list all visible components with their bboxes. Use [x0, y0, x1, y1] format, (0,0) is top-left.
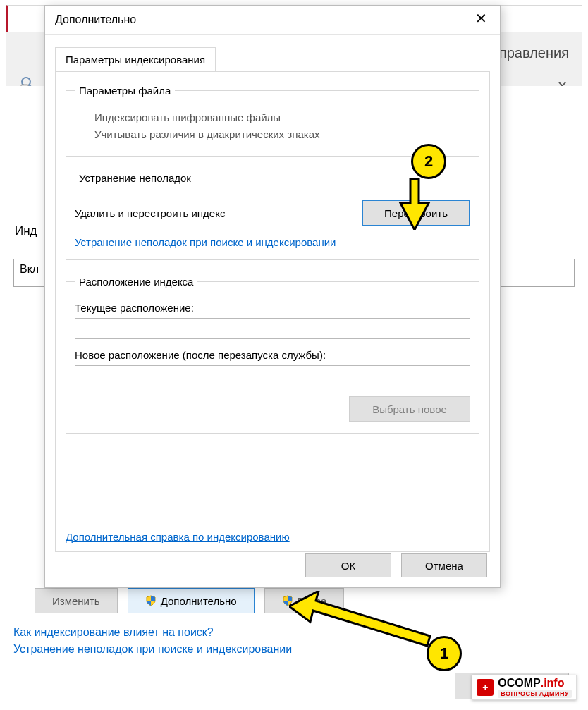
indexing-help-link[interactable]: Дополнительная справка по индексированию: [66, 531, 290, 543]
troubleshooting-legend: Устранение неполадок: [75, 172, 195, 184]
plus-icon: +: [477, 679, 494, 696]
tab-content: Параметры файла Индексировать шифрованны…: [55, 71, 490, 552]
checkbox-icon: [75, 111, 87, 123]
checkbox-icon: [75, 128, 87, 140]
close-icon[interactable]: ✕: [468, 10, 494, 27]
uac-shield-icon: [145, 595, 157, 606]
diacritics-checkbox[interactable]: Учитывать различия в диакритических знак…: [75, 128, 470, 140]
rebuild-index-label: Удалить и перестроить индекс: [75, 207, 225, 219]
troubleshoot-link[interactable]: Устранение неполадок при поиске и индекс…: [75, 236, 336, 248]
index-encrypted-checkbox[interactable]: Индексировать шифрованные файлы: [75, 111, 470, 123]
site-watermark: + OCOMP.info ВОПРОСЫ АДМИНУ: [472, 675, 577, 700]
pause-button[interactable]: Пауза: [264, 588, 345, 613]
annotation-badge-2: 2: [411, 144, 446, 179]
advanced-options-dialog: Дополнительно ✕ Параметры индексирования…: [44, 5, 501, 588]
cancel-button[interactable]: Отмена: [401, 553, 487, 577]
new-location-label: Новое расположение (после перезапуска сл…: [75, 349, 470, 361]
troubleshooting-group: Устранение неполадок Удалить и перестрои…: [66, 172, 479, 260]
modify-button[interactable]: Изменить: [35, 588, 118, 613]
how-indexing-affects-link[interactable]: Как индексирование влияет на поиск?: [13, 626, 292, 639]
dialog-title: Дополнительно: [55, 13, 136, 26]
file-settings-legend: Параметры файла: [75, 85, 175, 97]
new-location-field: [75, 365, 470, 386]
annotation-badge-1: 1: [427, 636, 462, 671]
current-location-label: Текущее расположение:: [75, 302, 470, 314]
troubleshoot-search-link[interactable]: Устранение неполадок при поиске и индекс…: [13, 643, 292, 656]
indexed-count-label-fragment: Инд: [15, 224, 37, 238]
select-new-button[interactable]: Выбрать новое: [349, 396, 470, 422]
uac-shield-icon: [282, 595, 293, 606]
tab-index-settings[interactable]: Параметры индексирования: [55, 47, 216, 71]
dialog-titlebar: Дополнительно ✕: [45, 6, 500, 35]
advanced-button[interactable]: Дополнительно: [128, 588, 255, 613]
ok-button[interactable]: ОК: [305, 553, 391, 577]
rebuild-button[interactable]: Перестроить: [362, 200, 470, 226]
file-settings-group: Параметры файла Индексировать шифрованны…: [66, 85, 479, 157]
current-location-field: [75, 318, 470, 339]
index-location-group: Расположение индекса Текущее расположени…: [66, 276, 479, 434]
index-location-legend: Расположение индекса: [75, 276, 197, 288]
